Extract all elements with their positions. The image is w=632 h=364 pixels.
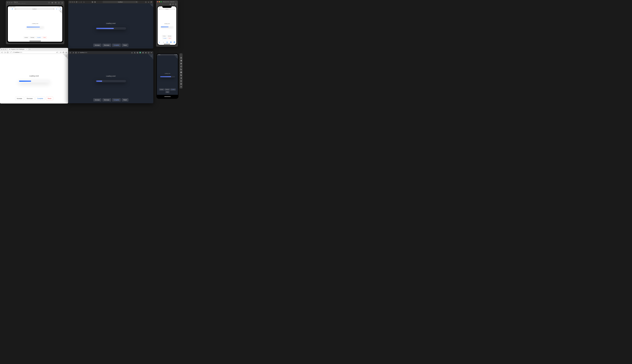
share-icon[interactable]	[145, 1, 146, 3]
decrease-button[interactable]: Decrease	[102, 44, 111, 47]
increase-button[interactable]: Increase	[24, 36, 29, 38]
browser-tab[interactable]: ⊞ Progress | GUI Challenges ×	[8, 48, 28, 50]
reload-icon[interactable]: ↻	[136, 2, 137, 3]
chrome-url-field[interactable]: localhost:3000	[78, 52, 87, 53]
back-icon[interactable]	[180, 77, 182, 79]
chevron-down-icon[interactable]	[78, 1, 80, 3]
forward-icon[interactable]: ›	[10, 8, 11, 10]
tabs-icon[interactable]	[174, 42, 175, 43]
increase-button[interactable]: Increase	[93, 98, 101, 102]
tabs-icon[interactable]	[60, 8, 61, 10]
decrease-button[interactable]: Decrease	[164, 88, 170, 90]
home-indicator[interactable]	[30, 41, 41, 41]
complete-button[interactable]: Complete	[112, 44, 121, 47]
volume-down-icon[interactable]	[180, 63, 182, 64]
new-tab-icon[interactable]	[148, 1, 149, 3]
sidebar-icon[interactable]	[76, 1, 77, 3]
screenshot-icon[interactable]	[170, 4, 171, 5]
back-icon[interactable]	[70, 52, 71, 53]
share-icon[interactable]	[175, 4, 176, 5]
increase-button[interactable]: Increase	[93, 44, 101, 47]
traffic-lights[interactable]	[1, 49, 6, 50]
more-icon[interactable]	[150, 52, 152, 53]
extensions-icon[interactable]	[142, 52, 144, 53]
decrease-button[interactable]: Decrease	[167, 35, 172, 37]
complete-button[interactable]: Complete	[112, 98, 121, 102]
decrease-button[interactable]: Decrease	[102, 98, 111, 102]
minimize-icon[interactable]: –	[181, 54, 182, 55]
share-icon[interactable]	[166, 42, 168, 43]
close-icon[interactable]: ×	[180, 54, 181, 55]
share-icon[interactable]	[134, 52, 135, 53]
shield-icon[interactable]	[92, 1, 93, 3]
bookmarks-icon[interactable]	[170, 42, 172, 43]
home-icon[interactable]	[180, 80, 182, 82]
ff-url-field[interactable]: localhost:3000	[10, 51, 58, 54]
spark-icon[interactable]	[48, 2, 50, 4]
increase-button[interactable]: Increase	[159, 88, 164, 90]
traffic-lights[interactable]	[7, 2, 12, 3]
forward-icon[interactable]	[4, 52, 6, 53]
devtools-icon[interactable]	[62, 52, 64, 53]
ipad-sim-titlebar[interactable]: iPad Air 4th generation – iOS 14.5	[6, 1, 64, 4]
reset-button[interactable]: Reset	[122, 44, 128, 47]
devtools-icon[interactable]	[145, 52, 146, 53]
home-icon[interactable]	[58, 2, 60, 4]
complete-button[interactable]: Complete	[36, 36, 42, 38]
back-icon[interactable]: ‹	[9, 8, 10, 10]
complete-button[interactable]: Complete	[36, 97, 45, 100]
reset-button[interactable]: Reset	[166, 91, 170, 93]
reader-icon[interactable]: AA	[159, 9, 160, 10]
back-icon[interactable]	[80, 1, 82, 3]
gesture-pill[interactable]	[164, 96, 171, 97]
volume-up-icon[interactable]	[180, 60, 182, 62]
new-tab-icon[interactable]: +	[58, 8, 59, 10]
more-icon[interactable]	[180, 86, 182, 88]
install-icon[interactable]	[131, 52, 132, 53]
safari-url-field[interactable]: localhost ↻	[103, 1, 138, 3]
android-nav-bar[interactable]	[157, 95, 178, 98]
reload-icon[interactable]	[75, 52, 76, 53]
star-icon[interactable]	[137, 52, 138, 53]
home-icon[interactable]	[172, 4, 174, 5]
reset-button[interactable]: Reset	[122, 98, 128, 102]
share-icon[interactable]	[56, 8, 57, 10]
reset-button[interactable]: Reset	[46, 97, 53, 100]
screenshot-icon[interactable]	[55, 2, 56, 4]
shield-icon[interactable]	[10, 52, 12, 53]
forward-icon[interactable]	[72, 52, 74, 53]
camera-icon[interactable]	[180, 72, 182, 73]
forward-icon[interactable]	[83, 1, 84, 3]
rotate-left-icon[interactable]	[180, 66, 182, 67]
traffic-lights[interactable]	[70, 2, 75, 3]
close-tab-icon[interactable]: ×	[26, 49, 27, 50]
reload-icon[interactable]: ↻	[174, 9, 175, 10]
extension-dot-icon[interactable]	[140, 52, 141, 53]
info-icon[interactable]	[78, 52, 79, 53]
reset-button[interactable]: Reset	[168, 38, 172, 39]
reload-icon[interactable]: ↻	[53, 8, 54, 10]
share-icon[interactable]	[61, 2, 63, 4]
forward-icon[interactable]	[162, 42, 164, 43]
back-icon[interactable]	[159, 42, 160, 43]
reload-icon[interactable]	[7, 52, 8, 53]
iphone-url-field[interactable]: AA localhost ↻	[158, 8, 176, 10]
traffic-lights[interactable]	[157, 1, 162, 2]
menu-icon[interactable]	[65, 52, 67, 53]
tabs-icon[interactable]	[150, 1, 152, 3]
profile-icon[interactable]	[148, 52, 149, 53]
iphone-sim-titlebar[interactable]: iPhone 12 Pro – iOS 14.5	[156, 0, 178, 3]
complete-button[interactable]: Complete	[170, 88, 176, 90]
privacy-icon[interactable]	[94, 1, 96, 3]
back-icon[interactable]	[1, 52, 3, 53]
increase-button[interactable]: Increase	[15, 97, 24, 100]
zoom-icon[interactable]	[180, 74, 182, 76]
star-icon[interactable]	[56, 52, 58, 53]
decrease-button[interactable]: Decrease	[30, 36, 35, 38]
ipad-url-field[interactable]: AA localhost ↻	[14, 8, 55, 10]
eyedropper-icon[interactable]	[60, 52, 61, 53]
decrease-button[interactable]: Decrease	[25, 97, 34, 100]
record-icon[interactable]	[52, 2, 53, 4]
power-icon[interactable]	[180, 57, 182, 58]
complete-button[interactable]: Complete	[162, 38, 167, 39]
